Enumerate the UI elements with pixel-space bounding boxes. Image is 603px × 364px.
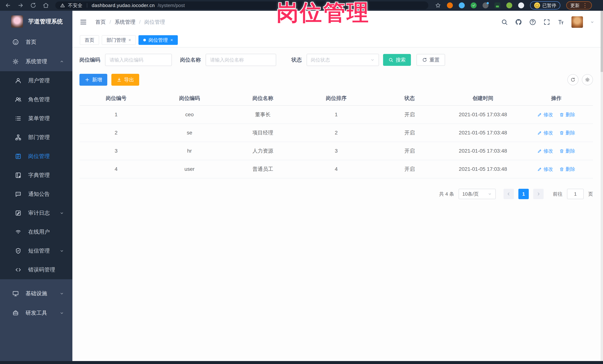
sidebar-item-department-management[interactable]: 部门管理 [0,128,72,147]
sidebar-item-menu-management[interactable]: 菜单管理 [0,109,72,128]
help-icon[interactable] [529,19,536,26]
col-post-sort: 岗位排序 [300,95,373,102]
trash-icon [559,167,564,172]
sidebar-collapse-icon[interactable] [80,18,87,26]
app-logo-row[interactable]: 芋道管理系统 [0,11,72,32]
search-icon[interactable] [501,19,508,26]
sidebar-item-online-users[interactable]: 在线用户 [0,222,72,242]
sidebar-item-error-code-management[interactable]: 错误码管理 [0,260,72,279]
edit-link[interactable]: 修改 [537,166,553,172]
breadcrumb-item-home[interactable]: 首页 [95,19,106,26]
extension-orange-icon[interactable] [447,2,453,8]
fullscreen-icon[interactable] [543,19,550,26]
sidebar-item-system-management[interactable]: 系统管理 [0,52,72,71]
extension-green-check-icon[interactable] [471,2,477,8]
scrollbar[interactable] [601,11,603,361]
extension-blue-pin-icon[interactable] [459,2,465,8]
sidebar-spacer [0,279,72,284]
extension-gtm-icon[interactable] [494,2,500,8]
filter-form: 岗位编码 岗位名称 状态 岗位状态 搜索 重置 [80,54,593,66]
cell-actions: 修改 删除 [520,111,593,118]
refresh-table-button[interactable] [567,74,579,85]
extensions-puzzle-icon[interactable] [518,2,524,8]
browser-forward-icon[interactable] [17,2,24,9]
font-size-icon[interactable] [557,19,564,26]
goto-page-input[interactable] [567,189,584,199]
edit-link[interactable]: 修改 [537,130,553,136]
next-page-button[interactable] [533,189,544,199]
col-actions: 操作 [520,95,593,102]
extension-leaf-icon[interactable] [506,2,512,8]
kebab-menu-icon[interactable]: ⋮ [582,3,588,8]
breadcrumb: 首页 / 系统管理 / 岗位管理 [95,19,165,26]
page-number-button[interactable]: 1 [518,189,529,199]
delete-link[interactable]: 删除 [559,111,575,118]
edit-label: 修改 [544,130,553,136]
scrollbar-thumb[interactable] [601,11,603,72]
reset-button[interactable]: 重置 [417,54,445,66]
sidebar-item-dict-management[interactable]: 字典管理 [0,166,72,185]
prev-page-button[interactable] [504,189,514,199]
badge-icon [15,153,22,160]
chevron-down-icon[interactable] [590,20,594,24]
sidebar-item-role-management[interactable]: 角色管理 [0,90,72,109]
search-button[interactable]: 搜索 [383,54,411,66]
close-icon[interactable]: × [128,37,131,43]
window-bottom-edge [0,361,603,364]
bookmark-star-icon[interactable] [435,2,441,8]
chevron-down-icon [487,192,492,196]
trash-icon [559,149,564,153]
add-button[interactable]: 新增 [80,74,107,86]
edit-link[interactable]: 修改 [537,111,553,118]
breadcrumb-item-system[interactable]: 系统管理 [115,19,136,26]
browser-update-button[interactable]: 更新 ⋮ [566,1,592,10]
browser-reload-icon[interactable] [30,2,36,9]
cell-post-code: hr [153,148,226,154]
status-select[interactable]: 岗位状态 [307,54,379,66]
not-secure-label[interactable]: 不安全 [68,2,82,9]
cell-status: 开启 [373,129,446,136]
github-icon[interactable] [515,19,522,26]
app-window: 芋道管理系统 首页 系统管理 用户管理 角色管理 [0,11,603,361]
sidebar-item-sms-management[interactable]: 短信管理 [0,242,72,260]
delete-link[interactable]: 删除 [559,148,575,154]
user-avatar[interactable] [571,16,583,28]
sidebar-item-audit-log[interactable]: 审计日志 [0,204,72,222]
total-count-label: 共 4 条 [439,191,454,197]
user-icon [15,77,22,84]
tab-department-management[interactable]: 部门管理 × [102,35,136,45]
export-button[interactable]: 导出 [111,74,139,86]
browser-home-icon[interactable] [43,2,49,9]
address-bar[interactable]: 不安全 dashboard.yudao.iocoder.cn/system/po… [55,1,428,9]
table-toolbar: 新增 导出 [80,74,593,86]
cell-post-code: ceo [153,112,226,118]
sidebar-item-label: 菜单管理 [28,115,64,122]
sidebar-item-user-management[interactable]: 用户管理 [0,71,72,90]
extension-gray-icon[interactable] [483,2,488,8]
tab-post-management[interactable]: 岗位管理 × [139,35,178,45]
sidebar-item-dev-tools[interactable]: 研发工具 [0,303,72,323]
app-logo [11,15,23,28]
post-name-input[interactable] [206,54,276,66]
column-settings-button[interactable] [582,74,593,85]
close-icon[interactable]: × [170,37,173,43]
browser-back-icon[interactable] [5,2,11,9]
delete-link[interactable]: 删除 [559,166,575,172]
sidebar-item-notice[interactable]: 通知公告 [0,185,72,204]
edit-label: 修改 [544,111,553,118]
sidebar-item-label: 部门管理 [28,134,64,141]
sidebar-item-home[interactable]: 首页 [0,32,72,52]
download-icon [116,77,122,82]
edit-link[interactable]: 修改 [537,148,553,154]
tab-home[interactable]: 首页 [80,35,99,45]
cell-post-id: 1 [80,112,153,118]
sidebar-item-post-management[interactable]: 岗位管理 [0,147,72,166]
sidebar-item-infrastructure[interactable]: 基础设施 [0,284,72,303]
page-size-select[interactable]: 10条/页 [459,189,496,199]
profile-paused-badge[interactable]: ☺ 已暂停 [530,1,560,10]
cell-created: 2021-01-05 17:03:48 [446,148,520,154]
delete-link[interactable]: 删除 [559,130,575,136]
sidebar-item-label: 用户管理 [28,77,64,84]
table-row: 1 ceo 董事长 1 开启 2021-01-05 17:03:48 修改 删除 [80,106,593,124]
post-code-input[interactable] [105,54,172,66]
